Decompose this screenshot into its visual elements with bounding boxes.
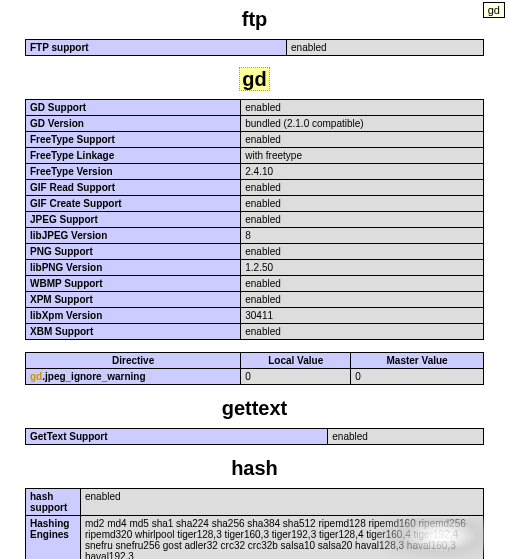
cell-value: enabled: [241, 244, 484, 260]
section-heading-gettext: gettext: [25, 397, 484, 420]
table-row: hash support enabled: [26, 489, 484, 516]
header-master: Master Value: [351, 353, 484, 369]
hash-table: hash support enabled Hashing Engines md2…: [25, 488, 484, 559]
cell-key: JPEG Support: [26, 212, 241, 228]
cell-key: GIF Create Support: [26, 196, 241, 212]
table-header-row: Directive Local Value Master Value: [26, 353, 484, 369]
cell-key: XBM Support: [26, 324, 241, 340]
cell-value: enabled: [241, 276, 484, 292]
cell-key: libXpm Version: [26, 308, 241, 324]
table-row: XBM Supportenabled: [26, 324, 484, 340]
table-row: GetText Support enabled: [26, 429, 484, 445]
table-row: gd.jpeg_ignore_warning 0 0: [26, 369, 484, 385]
cell-key: libJPEG Version: [26, 228, 241, 244]
table-row: XPM Supportenabled: [26, 292, 484, 308]
table-row: FreeType Version2.4.10: [26, 164, 484, 180]
table-row: GD Versionbundled (2.1.0 compatible): [26, 116, 484, 132]
gd-anchor-link[interactable]: gd: [239, 67, 269, 91]
table-row: libJPEG Version8: [26, 228, 484, 244]
table-row: JPEG Supportenabled: [26, 212, 484, 228]
cell-key: PNG Support: [26, 244, 241, 260]
cell-value: enabled: [241, 324, 484, 340]
cell-key: libPNG Version: [26, 260, 241, 276]
cell-key: GD Support: [26, 100, 241, 116]
cell-master: 0: [351, 369, 484, 385]
cell-value: md2 md4 md5 sha1 sha224 sha256 sha384 sh…: [80, 516, 483, 560]
table-row: libXpm Version30411: [26, 308, 484, 324]
cell-value: enabled: [80, 489, 483, 516]
tooltip-gd: gd: [483, 2, 505, 18]
cell-value: 30411: [241, 308, 484, 324]
table-row: GIF Create Supportenabled: [26, 196, 484, 212]
table-row: PNG Supportenabled: [26, 244, 484, 260]
cell-local: 0: [241, 369, 351, 385]
cell-key: GD Version: [26, 116, 241, 132]
table-row: GIF Read Supportenabled: [26, 180, 484, 196]
cell-value: enabled: [241, 196, 484, 212]
gettext-table: GetText Support enabled: [25, 428, 484, 445]
cell-value: 2.4.10: [241, 164, 484, 180]
cell-key: GetText Support: [26, 429, 328, 445]
gd-table: GD SupportenabledGD Versionbundled (2.1.…: [25, 99, 484, 340]
cell-value: with freetype: [241, 148, 484, 164]
cell-value: enabled: [241, 100, 484, 116]
section-heading-gd: gd: [25, 68, 484, 91]
cell-key: hash support: [26, 489, 81, 516]
cell-value: enabled: [241, 212, 484, 228]
table-row: GD Supportenabled: [26, 100, 484, 116]
gd-directives-table: Directive Local Value Master Value gd.jp…: [25, 352, 484, 385]
cell-key: FreeType Support: [26, 132, 241, 148]
cell-value: enabled: [328, 429, 484, 445]
cell-key: GIF Read Support: [26, 180, 241, 196]
header-directive: Directive: [26, 353, 241, 369]
header-local: Local Value: [241, 353, 351, 369]
cell-value: enabled: [241, 292, 484, 308]
cell-value: 1.2.50: [241, 260, 484, 276]
table-row: WBMP Supportenabled: [26, 276, 484, 292]
cell-directive: gd.jpeg_ignore_warning: [26, 369, 241, 385]
table-row: Hashing Engines md2 md4 md5 sha1 sha224 …: [26, 516, 484, 560]
table-row: FreeType Supportenabled: [26, 132, 484, 148]
ftp-table: FTP support enabled: [25, 39, 484, 56]
section-heading-ftp: ftp: [25, 8, 484, 31]
section-heading-hash: hash: [25, 457, 484, 480]
cell-key: WBMP Support: [26, 276, 241, 292]
cell-key: FreeType Version: [26, 164, 241, 180]
cell-value: bundled (2.1.0 compatible): [241, 116, 484, 132]
cell-value: enabled: [241, 132, 484, 148]
cell-value: 8: [241, 228, 484, 244]
table-row: libPNG Version1.2.50: [26, 260, 484, 276]
cell-value: enabled: [241, 180, 484, 196]
cell-key: FreeType Linkage: [26, 148, 241, 164]
cell-key: XPM Support: [26, 292, 241, 308]
cell-key: Hashing Engines: [26, 516, 81, 560]
table-row: FreeType Linkagewith freetype: [26, 148, 484, 164]
cell-value: enabled: [287, 40, 484, 56]
table-row: FTP support enabled: [26, 40, 484, 56]
cell-key: FTP support: [26, 40, 287, 56]
